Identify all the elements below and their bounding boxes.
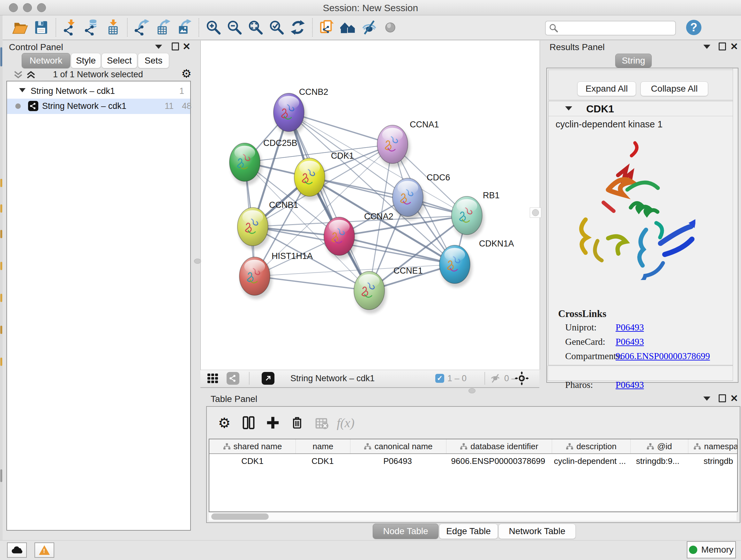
network-node-cdc6[interactable]: CDC6: [393, 173, 450, 220]
tab-network[interactable]: Network: [22, 53, 70, 68]
column-header-name[interactable]: name: [296, 439, 350, 453]
export-image-icon[interactable]: [175, 18, 193, 37]
zoom-out-icon[interactable]: [226, 18, 244, 37]
collection-count: 1: [179, 86, 184, 96]
crosslink-pharos-link[interactable]: P06493: [616, 380, 644, 394]
table-cell[interactable]: stringdb: [686, 454, 738, 468]
crosslink-genecard-link[interactable]: P06493: [616, 336, 644, 351]
network-canvas[interactable]: CCNB2CCNA1CDC25BCDK1CDC6RB1CCNB1CCNA2HIS…: [200, 41, 540, 370]
collection-expand-icon[interactable]: [19, 88, 25, 92]
network-node-ccnb2[interactable]: CCNB2: [273, 87, 328, 135]
results-panel-scrollbar[interactable]: [733, 68, 737, 381]
table-cell[interactable]: 9606.ENSP00000378699: [446, 454, 551, 468]
table-panel-collapse-icon[interactable]: [703, 396, 711, 401]
selected-checkbox-icon[interactable]: ✓: [435, 374, 444, 383]
gene-description: cyclin-dependent kinase 1: [556, 119, 663, 130]
tab-sets[interactable]: Sets: [138, 53, 169, 68]
network-selection-status: 1 of 1 Network selected: [6, 70, 190, 79]
network-node-ccna1[interactable]: CCNA1: [377, 120, 439, 167]
network-collection-row[interactable]: String Network – cdk1 1: [7, 84, 190, 99]
splitter-handle[interactable]: [468, 388, 475, 393]
column-header-canonical-name[interactable]: canonical name: [350, 439, 447, 453]
table-options-gear-icon[interactable]: ⚙: [215, 414, 233, 432]
column-header-database-identifier[interactable]: database identifier: [447, 439, 552, 453]
network-node-rb1[interactable]: RB1: [452, 191, 500, 239]
table-cell[interactable]: P06493: [350, 454, 446, 468]
network-node-ccne1[interactable]: CCNE1: [354, 266, 423, 314]
table-cell[interactable]: cyclin-dependent ...: [551, 454, 629, 468]
tab-string[interactable]: String: [615, 54, 652, 68]
eye-slash-icon[interactable]: [360, 18, 378, 37]
zoom-selected-icon[interactable]: [268, 18, 286, 37]
network-node-cdc25b[interactable]: CDC25B: [229, 138, 297, 185]
delete-column-trash-icon[interactable]: [288, 414, 307, 432]
hidden-eye-icon[interactable]: [489, 373, 501, 384]
network-node-label: CDC25B: [263, 138, 297, 148]
table-panel-close-icon[interactable]: ✕: [730, 394, 738, 402]
tab-node-table[interactable]: Node Table: [373, 523, 439, 539]
zoom-in-icon[interactable]: [205, 18, 222, 37]
network-node-ccna2[interactable]: CCNA2: [324, 212, 394, 259]
network-row-selected[interactable]: String Network – cdk1 11 48: [7, 99, 190, 114]
save-session-icon[interactable]: [32, 18, 50, 37]
import-network-icon[interactable]: [62, 18, 79, 37]
network-node-cdkn1a[interactable]: CDKN1A: [440, 239, 514, 287]
import-network-database-icon[interactable]: [83, 18, 100, 37]
control-panel-collapse-icon[interactable]: [155, 45, 162, 49]
column-header-namespace[interactable]: namespace: [688, 439, 738, 453]
table-cell[interactable]: CDK1: [209, 454, 295, 468]
crosslink-row: Pharos:P06493: [565, 380, 731, 394]
title-bar[interactable]: Session: New Session: [0, 0, 741, 15]
open-file-icon[interactable]: [11, 18, 29, 37]
search-box[interactable]: [545, 21, 676, 36]
tab-select[interactable]: Select: [102, 53, 137, 68]
warning-icon[interactable]: !: [35, 543, 54, 558]
table-panel-title: Table Panel: [211, 394, 257, 404]
gene-header-row[interactable]: CDK1: [549, 101, 736, 116]
help-icon[interactable]: ?: [686, 20, 701, 35]
zoom-fit-icon[interactable]: [247, 18, 265, 37]
crosslink-compartments-link[interactable]: 9606.ENSP00000378699: [616, 351, 710, 365]
column-header-description[interactable]: description: [552, 439, 630, 453]
tab-style[interactable]: Style: [71, 53, 101, 68]
fit-crosshair-icon[interactable]: [515, 370, 529, 387]
column-header--id[interactable]: @id: [630, 439, 688, 453]
open-in-window-icon[interactable]: [262, 370, 274, 387]
houses-icon[interactable]: [339, 18, 357, 37]
tab-network-table[interactable]: Network Table: [498, 523, 576, 539]
gene-collapse-icon[interactable]: [565, 106, 572, 111]
import-table-icon[interactable]: [104, 18, 122, 37]
table-horizontal-scrollbar[interactable]: [209, 512, 737, 521]
splitter-handle[interactable]: [530, 207, 541, 218]
results-panel-float-icon[interactable]: [719, 43, 726, 51]
crosslink-uniprot-link[interactable]: P06493: [616, 322, 644, 336]
table-cell[interactable]: CDK1: [295, 454, 350, 468]
scrollbar-thumb[interactable]: [211, 513, 269, 520]
tab-edge-table[interactable]: Edge Table: [439, 523, 498, 539]
export-table-icon[interactable]: [154, 18, 172, 37]
search-input[interactable]: [558, 22, 675, 34]
expand-all-button[interactable]: Expand All: [577, 81, 636, 96]
add-column-icon[interactable]: [264, 414, 282, 432]
table-cell[interactable]: stringdb:9...: [629, 454, 686, 468]
documents-share-icon[interactable]: [318, 18, 336, 37]
cloud-icon[interactable]: [7, 543, 27, 558]
eye-icon[interactable]: [381, 18, 399, 37]
string-view-icon[interactable]: [226, 370, 239, 387]
memory-button[interactable]: Memory: [687, 541, 736, 558]
results-panel-close-icon[interactable]: ✕: [730, 43, 738, 51]
results-panel-collapse-icon[interactable]: [703, 45, 711, 49]
crosslink-label: Pharos:: [565, 380, 616, 394]
control-panel-float-icon[interactable]: [172, 43, 179, 51]
collapse-all-button[interactable]: Collapse All: [641, 81, 708, 96]
export-network-icon[interactable]: [133, 18, 151, 37]
table-panel-float-icon[interactable]: [719, 394, 726, 402]
table-row[interactable]: CDK1CDK1P064939606.ENSP00000378699cyclin…: [209, 454, 737, 468]
birds-eye-grid-icon[interactable]: [207, 370, 218, 387]
splitter-handle[interactable]: [194, 259, 201, 264]
network-options-gear-icon[interactable]: ⚙: [181, 67, 192, 80]
show-columns-icon[interactable]: [239, 414, 258, 432]
column-header-shared-name[interactable]: shared name: [209, 439, 296, 453]
control-panel-close-icon[interactable]: ✕: [183, 43, 191, 51]
circular-arrows-icon[interactable]: [289, 18, 307, 37]
